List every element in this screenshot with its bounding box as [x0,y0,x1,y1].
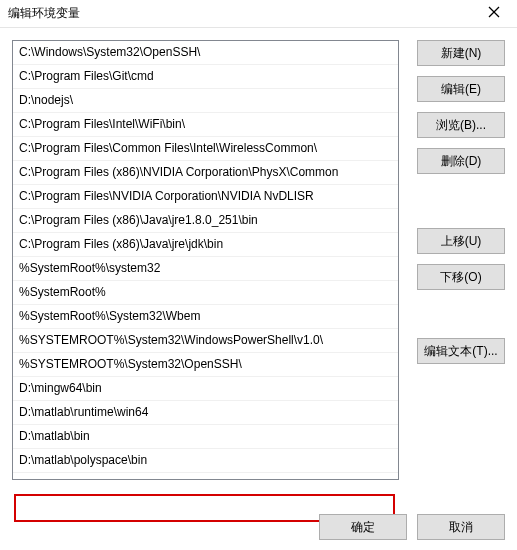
new-button[interactable]: 新建(N) [417,40,505,66]
path-list-item[interactable]: C:\Program Files\Git\cmd [13,65,398,89]
path-list-item[interactable]: D:\010 Editor [13,473,398,480]
browse-button[interactable]: 浏览(B)... [417,112,505,138]
path-list-item[interactable]: %SYSTEMROOT%\System32\OpenSSH\ [13,353,398,377]
move-down-button[interactable]: 下移(O) [417,264,505,290]
path-list-item[interactable]: C:\Program Files\NVIDIA Corporation\NVID… [13,185,398,209]
edit-text-button[interactable]: 编辑文本(T)... [417,338,505,364]
path-list-item[interactable]: C:\Program Files (x86)\NVIDIA Corporatio… [13,161,398,185]
path-list-item[interactable]: C:\Program Files\Common Files\Intel\Wire… [13,137,398,161]
path-list-item[interactable]: C:\Program Files (x86)\Java\jre1.8.0_251… [13,209,398,233]
titlebar: 编辑环境变量 [0,0,517,28]
path-list-item[interactable]: D:\nodejs\ [13,89,398,113]
path-list-item[interactable]: %SystemRoot%\System32\Wbem [13,305,398,329]
dialog-body: C:\Windows\System32\OpenSSH\C:\Program F… [12,40,505,500]
button-column: 新建(N) 编辑(E) 浏览(B)... 删除(D) 上移(U) 下移(O) 编… [417,40,505,500]
path-list-item[interactable]: %SystemRoot%\system32 [13,257,398,281]
delete-button[interactable]: 删除(D) [417,148,505,174]
close-icon [488,6,500,18]
path-list-item[interactable]: %SYSTEMROOT%\System32\WindowsPowerShell\… [13,329,398,353]
cancel-button[interactable]: 取消 [417,514,505,540]
close-button[interactable] [479,6,509,21]
path-list-item[interactable]: C:\Program Files\Intel\WiFi\bin\ [13,113,398,137]
path-list-item[interactable]: C:\Program Files (x86)\Java\jre\jdk\bin [13,233,398,257]
window-title: 编辑环境变量 [8,5,479,22]
footer-buttons: 确定 取消 [319,514,505,540]
path-list-item[interactable]: C:\Windows\System32\OpenSSH\ [13,41,398,65]
path-list-item[interactable]: D:\matlab\polyspace\bin [13,449,398,473]
path-list-item[interactable]: D:\matlab\bin [13,425,398,449]
path-listbox[interactable]: C:\Windows\System32\OpenSSH\C:\Program F… [12,40,399,480]
path-list-item[interactable]: D:\matlab\runtime\win64 [13,401,398,425]
ok-button[interactable]: 确定 [319,514,407,540]
move-up-button[interactable]: 上移(U) [417,228,505,254]
path-list-container: C:\Windows\System32\OpenSSH\C:\Program F… [12,40,399,500]
edit-button[interactable]: 编辑(E) [417,76,505,102]
path-list-item[interactable]: %SystemRoot% [13,281,398,305]
path-list-item[interactable]: D:\mingw64\bin [13,377,398,401]
